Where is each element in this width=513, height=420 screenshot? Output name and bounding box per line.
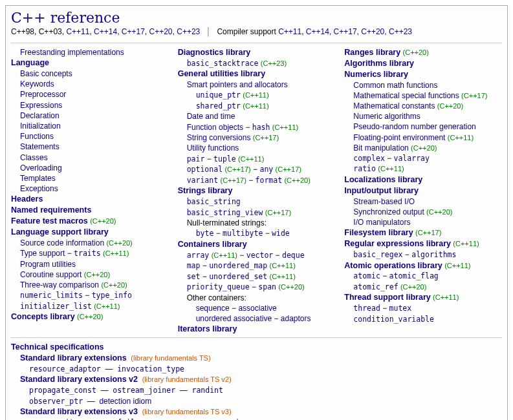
c-associative[interactable]: associative (238, 304, 276, 313)
c-sequence[interactable]: sequence (196, 304, 230, 313)
sle1[interactable]: Standard library extensions (20, 353, 127, 362)
std-23[interactable]: C++23 (177, 27, 200, 36)
sle2-randint[interactable]: randint (191, 386, 223, 395)
c-array[interactable]: array (187, 251, 210, 260)
compiler-11[interactable]: C++11 (278, 27, 301, 36)
num-algorithms[interactable]: Numeric algorithms (353, 112, 420, 121)
std-14[interactable]: C++14 (94, 27, 117, 36)
section-diagnostics[interactable]: Diagnostics library (178, 48, 251, 57)
gen-utility-functions[interactable]: Utility functions (187, 143, 239, 152)
lang-classes[interactable]: Classes (20, 153, 48, 162)
sle2-detection-idiom[interactable]: detection idiom (99, 397, 151, 406)
gen-pair[interactable]: pair (187, 154, 205, 163)
num-complex[interactable]: complex (353, 154, 384, 163)
gen-tuple[interactable]: tuple (213, 154, 236, 163)
num-constants[interactable]: Mathematical constants (353, 101, 435, 110)
section-feature-test-macros[interactable]: Feature test macros (11, 216, 88, 226)
section-containers[interactable]: Containers library (178, 240, 247, 249)
str-multibyte[interactable]: multibyte (223, 229, 263, 238)
section-language[interactable]: Language (11, 58, 49, 67)
c-unordered-set[interactable]: unordered_set (209, 272, 267, 281)
compiler-17[interactable]: C++17 (334, 27, 357, 36)
std-11[interactable]: C++11 (66, 27, 89, 36)
lang-expressions[interactable]: Expressions (20, 101, 62, 110)
c-span[interactable]: span (258, 282, 276, 291)
c-deque[interactable]: deque (282, 251, 305, 260)
c-unordered-map[interactable]: unordered_map (209, 261, 267, 270)
compiler-23[interactable]: C++23 (389, 27, 412, 36)
section-headers[interactable]: Headers (11, 194, 43, 204)
section-ranges[interactable]: Ranges library (344, 48, 400, 57)
section-iterators[interactable]: Iterators library (178, 324, 237, 333)
regex-algorithms[interactable]: algorithms (411, 250, 456, 259)
atomic-atomic-ref[interactable]: atomic_ref (353, 282, 398, 291)
std-17[interactable]: C++17 (122, 27, 145, 36)
c-set[interactable]: set (187, 272, 201, 281)
sle2-ostream-joiner[interactable]: ostream_joiner (113, 386, 175, 395)
c-adaptors[interactable]: adaptors (281, 314, 311, 323)
num-bit-manipulation[interactable]: Bit manipulation (353, 143, 408, 152)
link-freestanding[interactable]: Freestanding implementations (20, 48, 124, 57)
atomic-atomic[interactable]: atomic (353, 271, 380, 280)
sle2-observer-ptr[interactable]: observer_ptr (29, 397, 83, 406)
section-atomic[interactable]: Atomic operations library (344, 261, 442, 270)
regex-basic-regex[interactable]: basic_regex (353, 250, 402, 259)
sle2-propagate-const[interactable]: propagate_const (29, 386, 96, 395)
io-stream-based[interactable]: Stream-based I/O (353, 197, 415, 206)
lang-initialization[interactable]: Initialization (20, 121, 61, 131)
gen-optional[interactable]: optional (187, 165, 223, 174)
section-io[interactable]: Input/output library (344, 186, 419, 195)
section-techspec[interactable]: Technical specifications (11, 342, 104, 352)
section-numerics[interactable]: Numerics library (344, 70, 408, 79)
lang-functions[interactable]: Functions (20, 132, 54, 141)
section-language-support[interactable]: Language support library (11, 227, 109, 236)
thread-condition-variable[interactable]: condition_variable (353, 315, 434, 324)
lang-preprocessor[interactable]: Preprocessor (20, 90, 66, 99)
ls-three-way[interactable]: Three-way comparison (20, 280, 99, 289)
compiler-20[interactable]: C++20 (361, 27, 384, 36)
sle1-resource-adaptor[interactable]: resource_adaptor (29, 364, 101, 373)
sle2[interactable]: Standard library extensions v2 (20, 375, 138, 384)
io-manipulators[interactable]: I/O manipulators (353, 218, 410, 227)
c-unordered-associative[interactable]: unordered associative (196, 314, 272, 323)
sle3[interactable]: Standard library extensions v3 (20, 407, 138, 416)
section-named-requirements[interactable]: Named requirements (11, 205, 91, 215)
num-common-math[interactable]: Common math functions (353, 81, 437, 90)
lang-templates[interactable]: Templates (20, 174, 56, 183)
lang-declaration[interactable]: Declaration (20, 111, 60, 120)
num-ratio[interactable]: ratio (353, 164, 376, 173)
gen-string-conversions[interactable]: String conversions (187, 133, 251, 142)
diag-stacktrace[interactable]: basic_stacktrace (187, 59, 259, 68)
thread-thread[interactable]: thread (353, 304, 380, 313)
gen-shared-ptr[interactable]: shared_ptr (196, 101, 241, 110)
ls-type-info[interactable]: type_info (92, 291, 132, 300)
gen-format[interactable]: format (256, 176, 283, 185)
lang-basic-concepts[interactable]: Basic concepts (20, 69, 72, 78)
ls-initializer-list[interactable]: initializer_list (20, 302, 92, 311)
std-20[interactable]: C++20 (149, 27, 173, 36)
ls-numeric-limits[interactable]: numeric_limits (20, 291, 83, 300)
lang-statements[interactable]: Statements (20, 142, 60, 151)
thread-mutex[interactable]: mutex (389, 304, 412, 313)
section-general-utilities[interactable]: General utilities library (178, 69, 265, 78)
lang-overloading[interactable]: Overloading (20, 163, 62, 173)
ls-coroutine[interactable]: Coroutine support (20, 270, 82, 279)
section-filesystem[interactable]: Filesystem library (344, 228, 413, 237)
gen-unique-ptr[interactable]: unique_ptr (196, 90, 241, 100)
lang-exceptions[interactable]: Exceptions (20, 184, 58, 193)
str-basic-string-view[interactable]: basic_string_view (187, 208, 263, 217)
ls-traits[interactable]: traits (74, 249, 101, 258)
gen-variant[interactable]: variant (187, 176, 218, 185)
num-valarray[interactable]: valarray (394, 154, 430, 163)
num-random[interactable]: Pseudo-random number generation (353, 122, 475, 131)
str-byte[interactable]: byte (196, 229, 214, 238)
section-strings[interactable]: Strings library (178, 186, 233, 195)
c-priority-queue[interactable]: priority_queue (187, 282, 250, 291)
str-wide[interactable]: wide (272, 229, 290, 238)
sle1-invocation-type[interactable]: invocation_type (117, 364, 184, 373)
c-map[interactable]: map (187, 261, 201, 270)
c-vector[interactable]: vector (246, 251, 274, 260)
ls-type-support[interactable]: Type support (20, 249, 65, 258)
section-algorithms[interactable]: Algorithms library (344, 59, 414, 68)
gen-any[interactable]: any (259, 165, 273, 174)
